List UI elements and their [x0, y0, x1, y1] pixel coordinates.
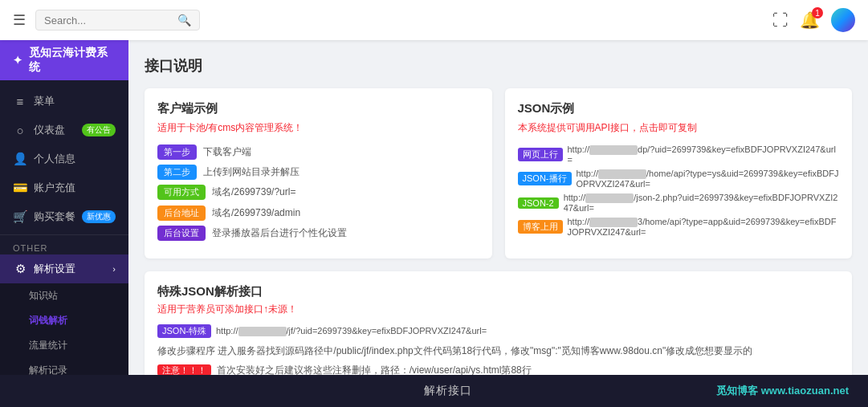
menu-icon[interactable]: ☰	[13, 11, 26, 29]
step-5: 后台设置 登录播放器后台进行个性化设置	[157, 226, 479, 241]
profile-icon: 👤	[13, 152, 27, 166]
recharge-icon: 💳	[13, 181, 27, 195]
step-1: 第一步 下载客户端	[157, 144, 479, 160]
json-url-2: http:// /home/api?type=ys&uid=2699739&ke…	[577, 169, 840, 189]
search-icon: 🔍	[177, 14, 191, 26]
bottom-bar: 解析接口 觅知博客 www.tiaozuan.net	[0, 375, 868, 407]
dashboard-icon: ○	[13, 124, 27, 137]
bottom-right: 觅知博客 www.tiaozuan.net	[716, 384, 849, 398]
special-section: 特殊JSON解析接口 适用于营养员可添加接口↑未源！ JSON-特殊 http:…	[145, 271, 852, 375]
json-blur-1	[589, 145, 638, 155]
recharge-label: 账户充值	[34, 181, 75, 195]
sidebar-logo: ✦ 觅知云海计费系统	[0, 40, 128, 80]
sidebar-item-menu-label: ≡ 菜单	[0, 87, 128, 116]
main-layout: ✦ 觅知云海计费系统 ≡ 菜单 ○ 仪表盘 有公告 👤 个人信息 💳 账户充值	[0, 40, 868, 375]
parse-settings-arrow: ›	[112, 264, 116, 274]
sidebar-item-parse-settings[interactable]: ⚙ 解析设置 ›	[0, 254, 128, 283]
json-row-3: JSON-2 http:// /json-2.php?uid=2699739&k…	[518, 193, 840, 213]
sidebar-item-word-parse[interactable]: 词钱解析	[0, 308, 128, 333]
special-subtitle: 适用于营养员可添加接口↑未源！	[157, 303, 839, 316]
json-card-subtitle: 本系统提供可调用API接口，点击即可复制	[518, 121, 840, 135]
client-card: 客户端示例 适用于卡池/有cms内容管理系统！ 第一步 下载客户端 第二步 上传…	[145, 88, 492, 258]
sidebar-item-knowledge[interactable]: 知识站	[0, 283, 128, 308]
bell-icon[interactable]: 🔔 1	[800, 10, 820, 30]
special-note-2: 注意！！！ 首次安装好之后建议将这些注释删掉，路径：/view/user/api…	[157, 362, 839, 375]
step-2: 第二步 上传到网站目录并解压	[157, 165, 479, 180]
json-tag-3[interactable]: JSON-2	[518, 197, 559, 209]
avatar[interactable]	[831, 8, 855, 32]
sidebar-item-traffic[interactable]: 流量统计	[0, 333, 128, 358]
special-url-blur	[238, 327, 287, 336]
step-5-text: 登录播放器后台进行个性化设置	[212, 226, 347, 241]
step-4: 后台地址 域名/2699739/admin	[157, 206, 479, 221]
search-input[interactable]	[44, 14, 173, 26]
json-tag-2[interactable]: JSON-播行	[518, 172, 572, 185]
fullscreen-icon[interactable]: ⛶	[772, 11, 789, 30]
parse-records-label: 解析记录	[29, 364, 67, 375]
sidebar-item-recharge[interactable]: 💳 账户充值	[0, 173, 128, 202]
dashboard-label: 仪表盘	[34, 123, 65, 137]
json-row-2: JSON-播行 http:// /home/api?type=ys&uid=26…	[518, 169, 840, 189]
menu-header-icon: ≡	[13, 95, 27, 108]
bottom-domain: www.tiaozuan.net	[761, 385, 849, 397]
other-section-label: OTHER	[0, 238, 128, 254]
topbar-right: ⛶ 🔔 1	[772, 8, 855, 32]
json-row-4: 博客上用 http:// 3/home/api?type=app&uid=269…	[518, 217, 840, 237]
client-card-title: 客户端示例	[157, 101, 479, 116]
special-note-2-text: 首次安装好之后建议将这些注释删掉，路径：/view/user/api/ys.ht…	[217, 364, 532, 375]
special-note-label: 注意！！！	[157, 364, 211, 375]
special-url-row: JSON-特殊 http:// /jf/?uid=2699739&key=efi…	[157, 324, 839, 338]
page-title: 接口说明	[145, 56, 852, 75]
sidebar-section-main: ≡ 菜单 ○ 仪表盘 有公告 👤 个人信息 💳 账户充值 🛒 购买套餐 新优惠	[0, 80, 128, 375]
special-url: http:// /jf/?uid=2699739&key=efixBDFJOPR…	[216, 326, 487, 336]
sidebar-item-dashboard[interactable]: ○ 仪表盘 有公告	[0, 116, 128, 144]
traffic-label: 流量统计	[29, 339, 67, 352]
bottom-brand-text: 觅知博客	[716, 385, 758, 397]
content: 接口说明 客户端示例 适用于卡池/有cms内容管理系统！ 第一步 下载客户端 第…	[128, 40, 868, 375]
knowledge-label: 知识站	[29, 289, 58, 303]
step-3-badge: 可用方式	[157, 185, 206, 200]
parse-settings-label: 解析设置	[34, 262, 75, 276]
dashboard-badge: 有公告	[82, 124, 116, 136]
parse-settings-icon: ⚙	[13, 262, 27, 276]
special-title: 特殊JSON解析接口	[157, 284, 839, 299]
packages-icon: 🛒	[13, 210, 27, 224]
sidebar-item-parse-records[interactable]: 解析记录	[0, 358, 128, 375]
topbar: ☰ 🔍 ⛶ 🔔 1	[0, 0, 868, 40]
step-2-text: 上传到网站目录并解压	[203, 165, 300, 180]
logo-text: 觅知云海计费系统	[29, 46, 116, 75]
client-card-subtitle: 适用于卡池/有cms内容管理系统！	[157, 121, 479, 135]
special-note-1: 修改步骤程序 进入服务器找到源码路径中/public/jf/index.php文…	[157, 343, 839, 359]
json-card-title: JSON示例	[518, 101, 840, 116]
special-url-tag[interactable]: JSON-特殊	[157, 324, 211, 338]
json-blur-4	[589, 218, 638, 227]
logo-icon: ✦	[13, 54, 22, 67]
step-1-badge: 第一步	[157, 144, 197, 160]
json-blur-2	[598, 169, 646, 179]
packages-badge: 新优惠	[82, 210, 116, 223]
topbar-left: ☰ 🔍	[13, 10, 200, 31]
json-row-1: 网页上行 http:// dp/?uid=2699739&key=efixBDF…	[518, 144, 840, 165]
sidebar: ✦ 觅知云海计费系统 ≡ 菜单 ○ 仪表盘 有公告 👤 个人信息 💳 账户充值	[0, 40, 128, 375]
json-card: JSON示例 本系统提供可调用API接口，点击即可复制 网页上行 http://…	[505, 88, 853, 258]
search-box: 🔍	[35, 10, 200, 31]
packages-label: 购买套餐	[34, 210, 75, 224]
sidebar-sub-menu: 知识站 词钱解析 流量统计 解析记录	[0, 283, 128, 375]
step-1-text: 下载客户端	[203, 144, 251, 160]
json-url-1: http:// dp/?uid=2699739&key=efixBDFJOPRV…	[568, 144, 840, 165]
json-tag-4[interactable]: 博客上用	[518, 220, 563, 234]
json-url-4: http:// 3/home/api?type=app&uid=2699739&…	[568, 217, 840, 237]
sidebar-divider	[0, 234, 128, 235]
word-parse-label: 词钱解析	[29, 314, 67, 328]
step-4-text: 域名/2699739/admin	[212, 206, 300, 221]
json-blur-3	[585, 193, 634, 203]
json-tag-1[interactable]: 网页上行	[518, 148, 563, 161]
bottom-center: 解析接口	[424, 384, 472, 398]
step-5-badge: 后台设置	[157, 226, 206, 241]
profile-label: 个人信息	[34, 152, 75, 166]
notification-badge: 1	[812, 7, 823, 18]
sidebar-item-packages[interactable]: 🛒 购买套餐 新优惠	[0, 202, 128, 231]
menu-header-label: 菜单	[34, 94, 55, 108]
json-url-3: http:// /json-2.php?uid=2699739&key=efix…	[564, 193, 839, 213]
sidebar-item-profile[interactable]: 👤 个人信息	[0, 144, 128, 173]
